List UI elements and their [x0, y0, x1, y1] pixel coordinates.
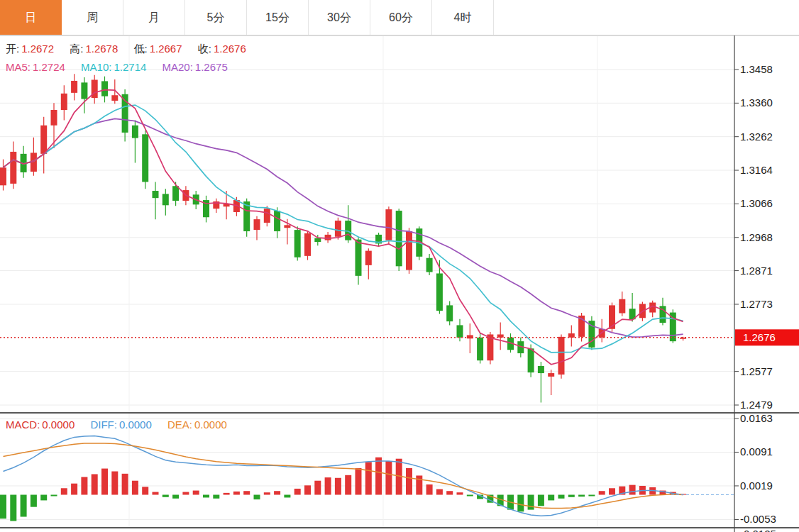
svg-text:0.0019: 0.0019: [740, 480, 773, 492]
tab-day[interactable]: 日: [0, 0, 62, 35]
low-readout: 低:1.2667: [133, 43, 182, 55]
svg-text:0.0091: 0.0091: [740, 445, 773, 458]
open-readout: 开:1.2672: [6, 43, 54, 55]
axis-layer: 1.34581.33601.32621.31641.30661.29681.28…: [0, 35, 799, 532]
tab-week[interactable]: 周: [62, 0, 123, 35]
candlestick-chart[interactable]: 1.34581.33601.32621.31641.30661.29681.28…: [0, 0, 799, 532]
svg-text:1.2968: 1.2968: [740, 231, 773, 243]
tab-5min[interactable]: 5分: [185, 0, 247, 35]
close-readout: 收:1.2676: [198, 43, 246, 55]
ma5-readout: MA5:1.2724: [6, 61, 65, 73]
svg-text:1.3360: 1.3360: [740, 96, 773, 109]
high-value: 1.2678: [85, 43, 118, 55]
close-value: 1.2676: [214, 43, 246, 55]
svg-text:1.2479: 1.2479: [740, 399, 773, 411]
candles-layer: [0, 74, 686, 402]
macd-value-readout: MACD:0.0000: [6, 419, 75, 431]
ma-readout: MA5:1.2724 MA10:1.2714 MA20:1.2675: [6, 61, 241, 73]
high-readout: 高:1.2678: [70, 43, 118, 55]
svg-text:0.0163: 0.0163: [740, 412, 773, 424]
tab-60min[interactable]: 60分: [370, 0, 432, 35]
tab-month[interactable]: 月: [123, 0, 185, 35]
svg-text:1.3066: 1.3066: [740, 197, 773, 209]
open-label: 开:: [6, 43, 19, 55]
svg-text:-0.0125: -0.0125: [740, 528, 776, 532]
ohlc-readout: 开:1.2672 高:1.2678 低:1.2667 收:1.2676: [6, 43, 259, 56]
grid-layer: [0, 36, 734, 528]
diff-value-readout: DIFF:0.0000: [90, 419, 151, 431]
svg-text:1.2676: 1.2676: [743, 331, 776, 343]
svg-text:1.2871: 1.2871: [740, 265, 773, 277]
svg-text:-0.0053: -0.0053: [740, 513, 776, 525]
svg-text:1.2577: 1.2577: [740, 365, 773, 377]
high-label: 高:: [70, 43, 83, 55]
tab-15min[interactable]: 15分: [247, 0, 309, 35]
svg-text:1.2773: 1.2773: [740, 298, 773, 310]
dea-value-readout: DEA:0.0000: [167, 419, 227, 431]
svg-text:1.3262: 1.3262: [740, 131, 773, 143]
current-price-tag: 1.2676: [735, 329, 799, 345]
svg-text:1.3458: 1.3458: [740, 63, 773, 75]
low-value: 1.2667: [150, 43, 182, 55]
tab-30min[interactable]: 30分: [309, 0, 370, 35]
timeframe-tabbar: 日 周 月 5分 15分 30分 60分 4时: [0, 0, 799, 35]
svg-text:1.3164: 1.3164: [740, 164, 773, 176]
ma10-line: [4, 105, 683, 353]
ma10-readout: MA10:1.2714: [81, 61, 146, 73]
tab-4hour[interactable]: 4时: [432, 0, 494, 35]
macd-readout: MACD:0.0000 DIFF:0.0000 DEA:0.0000: [6, 419, 240, 431]
macd-histogram: [0, 458, 686, 521]
close-label: 收:: [198, 43, 211, 55]
low-label: 低:: [133, 43, 147, 55]
ma20-readout: MA20:1.2675: [162, 61, 228, 73]
open-value: 1.2672: [21, 43, 54, 55]
